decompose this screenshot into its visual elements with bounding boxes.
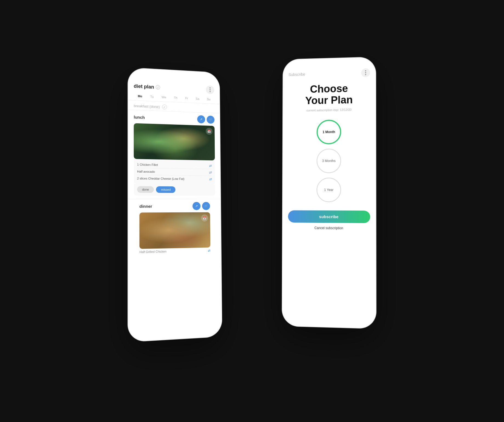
plan-1-month-label: 1 Month: [322, 130, 335, 134]
lunch-section: lunch ↗ 🛒 📅: [128, 110, 220, 196]
tab-monday[interactable]: Mo: [137, 94, 143, 98]
ingredient-3: 2 slices Cheddar Cheese (Low Fat): [137, 177, 184, 181]
tab-wednesday[interactable]: We: [160, 95, 167, 99]
share-icon: ↗: [200, 117, 203, 121]
tab-sunday[interactable]: Su: [206, 97, 212, 101]
share-button[interactable]: ↗: [197, 115, 205, 123]
dinner-section: dinner ↗ 🛒 📅: [128, 199, 221, 255]
tab-saturday[interactable]: Sa: [195, 96, 200, 101]
notch-right: [313, 58, 345, 67]
swap-icon-1[interactable]: ⇄: [209, 164, 212, 168]
breakfast-check-icon: [162, 104, 167, 109]
subscribe-header: Subscribe: [288, 68, 370, 79]
missed-button[interactable]: missed: [156, 186, 175, 193]
phone-left: diet plan i Mo Tu We Th Fr Sa: [128, 68, 222, 342]
done-button[interactable]: done: [137, 186, 154, 193]
cancel-subscription[interactable]: Cancel subscription: [288, 226, 370, 230]
dinner-food-name: Half Grilled Chicken: [139, 250, 166, 253]
food-calendar-icon[interactable]: 📅: [206, 128, 213, 135]
ingredient-item: 1 Chicken Fillet ⇄: [137, 161, 212, 169]
tab-thursday[interactable]: Th: [173, 95, 178, 100]
dinner-food-image: 📅: [139, 212, 210, 249]
ingredient-item: Half avocado ⇄: [137, 168, 212, 176]
diet-plan-label: diet plan: [134, 83, 154, 90]
swap-icon-3[interactable]: ⇄: [209, 177, 212, 181]
plan-1-year[interactable]: 1 Year: [316, 178, 341, 202]
choose-plan-title: Choose Your Plan: [288, 82, 370, 107]
dinner-cart-icon: 🛒: [204, 204, 208, 208]
plan-1-month[interactable]: 1 Month: [317, 119, 341, 144]
plan-options: 1 Month 3 Months 1 Year: [288, 119, 370, 202]
diet-title: diet plan i: [134, 83, 160, 90]
dinner-title: dinner: [139, 204, 152, 209]
tab-tuesday[interactable]: Tu: [149, 94, 155, 99]
lunch-actions: ↗ 🛒: [197, 115, 214, 124]
breakfast-label: breakfast (done): [134, 104, 160, 109]
ingredients-list: 1 Chicken Fillet ⇄ Half avocado ⇄ 2 slic…: [134, 159, 215, 184]
dinner-swap-icon[interactable]: ⇄: [208, 249, 211, 252]
tab-friday[interactable]: Fr: [184, 96, 189, 100]
dinner-share-icon: ↗: [195, 204, 198, 208]
phone-right: Subscribe Choose Your Plan current subsc…: [282, 57, 376, 329]
ingredient-item: 2 slices Cheddar Cheese (Low Fat) ⇄: [137, 175, 212, 183]
subscribe-menu-button[interactable]: [361, 68, 370, 77]
swap-icon-2[interactable]: ⇄: [209, 170, 212, 174]
cart-button[interactable]: 🛒: [207, 116, 215, 124]
lunch-title: lunch: [134, 115, 145, 119]
cart-icon: 🛒: [209, 118, 213, 122]
menu-dots-icon: [209, 87, 211, 92]
dinner-food-bg: [139, 212, 210, 249]
plan-3-months-label: 3 Months: [322, 159, 336, 163]
subscribe-header-label: Subscribe: [288, 72, 305, 77]
dinner-actions: ↗ 🛒: [192, 202, 210, 210]
ingredient-1: 1 Chicken Fillet: [137, 163, 158, 166]
plan-3-months[interactable]: 3 Months: [316, 149, 341, 173]
lunch-food-image: 📅: [134, 123, 215, 161]
subscribe-menu-dots-icon: [365, 70, 366, 75]
current-subscription-info: current subscription exp: 12/12/20: [288, 107, 370, 112]
dinner-share-button[interactable]: ↗: [192, 202, 200, 210]
dinner-cart-button[interactable]: 🛒: [202, 202, 210, 210]
info-icon[interactable]: i: [156, 85, 160, 89]
dinner-calendar-icon[interactable]: 📅: [201, 214, 208, 221]
ingredient-2: Half avocado: [137, 170, 155, 173]
meal-buttons: done missed: [134, 184, 215, 196]
subscribe-button[interactable]: subscribe: [288, 210, 370, 223]
lunch-food-bg: [134, 123, 215, 161]
plan-1-year-label: 1 Year: [324, 188, 333, 192]
menu-button[interactable]: [206, 85, 214, 94]
